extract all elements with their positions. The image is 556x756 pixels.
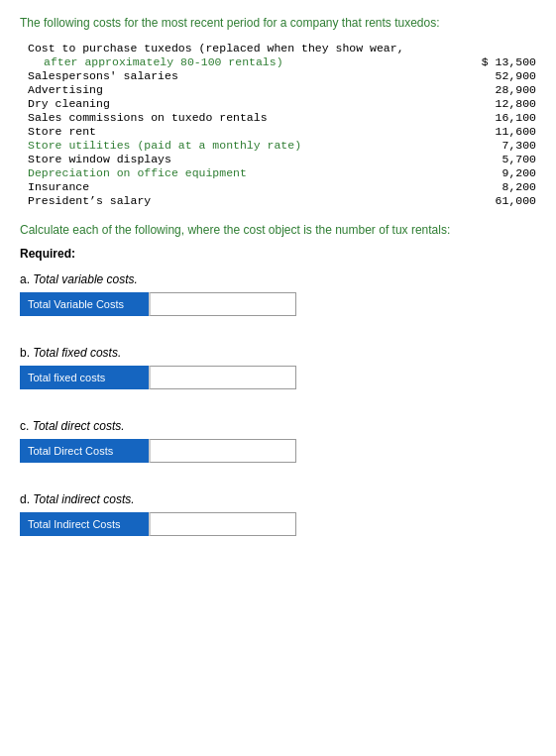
section-header-d: d. Total indirect costs. [20,492,536,506]
cost-row: Advertising28,900 [28,83,536,96]
cost-value: 61,000 [477,194,536,207]
cost-row: Dry cleaning12,800 [28,97,536,110]
input-label-c: Total Direct Costs [20,439,149,463]
section-label: Total variable costs. [33,272,138,286]
cost-value: 5,700 [477,153,536,165]
cost-label: after approximately 80-100 rentals) [28,55,477,68]
cost-value: 28,900 [477,83,536,96]
sections-container: a. Total variable costs.Total Variable C… [20,272,536,536]
input-row-c: Total Direct Costs [20,439,258,463]
cost-label: Cost to purchase tuxedos (replaced when … [28,42,477,54]
section-header-c: c. Total direct costs. [20,419,536,433]
input-field-d[interactable] [149,512,296,536]
input-field-c[interactable] [149,439,296,463]
cost-value: 7,300 [477,139,536,152]
section-header-a: a. Total variable costs. [20,272,536,286]
section-label: Total direct costs. [33,419,125,433]
cost-label: Store utilities (paid at a monthly rate) [28,139,477,152]
cost-value: 11,600 [477,125,536,138]
section-d: d. Total indirect costs.Total Indirect C… [20,492,536,536]
input-row-a: Total Variable Costs [20,292,258,316]
intro-text: The following costs for the most recent … [20,16,536,30]
cost-value: 52,900 [477,69,536,82]
cost-row: President’s salary61,000 [28,194,536,207]
cost-value: $ 13,500 [477,55,536,68]
cost-row: Store window displays5,700 [28,153,536,165]
cost-label: Advertising [28,83,477,96]
cost-label: Store window displays [28,153,477,165]
cost-label: Dry cleaning [28,97,477,110]
cost-label: Sales commissions on tuxedo rentals [28,111,477,124]
cost-row: Salespersons' salaries52,900 [28,69,536,82]
cost-row: Store rent11,600 [28,125,536,138]
section-c: c. Total direct costs.Total Direct Costs [20,419,536,463]
input-row-b: Total fixed costs [20,366,258,389]
cost-row: Store utilities (paid at a monthly rate)… [28,139,536,152]
cost-value [477,42,536,54]
cost-label: President’s salary [28,194,477,207]
cost-row: Cost to purchase tuxedos (replaced when … [28,42,536,54]
cost-row: Sales commissions on tuxedo rentals16,10… [28,111,536,124]
cost-row: after approximately 80-100 rentals)$ 13,… [28,55,536,68]
section-letter: b. [20,346,33,360]
input-label-a: Total Variable Costs [20,292,149,316]
input-label-d: Total Indirect Costs [20,512,149,536]
section-label: Total indirect costs. [33,492,134,506]
input-label-b: Total fixed costs [20,366,149,389]
section-letter: a. [20,272,33,286]
section-b: b. Total fixed costs.Total fixed costs [20,346,536,389]
section-letter: d. [20,492,33,506]
cost-label: Store rent [28,125,477,138]
cost-value: 16,100 [477,111,536,124]
cost-label: Salespersons' salaries [28,69,477,82]
input-row-d: Total Indirect Costs [20,512,258,536]
cost-label: Insurance [28,180,477,193]
section-a: a. Total variable costs.Total Variable C… [20,272,536,316]
cost-row: Depreciation on office equipment9,200 [28,166,536,179]
cost-value: 12,800 [477,97,536,110]
required-label: Required: [20,247,536,261]
section-letter: c. [20,419,33,433]
cost-label: Depreciation on office equipment [28,166,477,179]
input-field-a[interactable] [149,292,296,316]
calculate-text: Calculate each of the following, where t… [20,223,536,237]
section-label: Total fixed costs. [33,346,121,360]
cost-value: 8,200 [477,180,536,193]
cost-value: 9,200 [477,166,536,179]
input-field-b[interactable] [149,366,296,389]
cost-table: Cost to purchase tuxedos (replaced when … [20,42,536,207]
cost-row: Insurance8,200 [28,180,536,193]
section-header-b: b. Total fixed costs. [20,346,536,360]
